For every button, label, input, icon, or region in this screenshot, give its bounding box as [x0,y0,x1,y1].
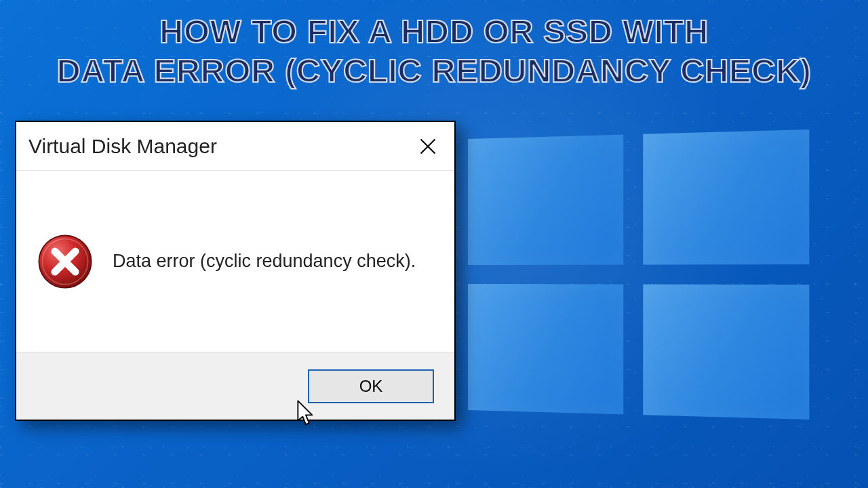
ok-button[interactable]: OK [308,369,434,403]
dialog-message: Data error (cyclic redundancy check). [113,251,416,272]
error-x-icon [37,233,94,290]
tutorial-headline: HOW TO FIX A HDD OR SSD WITH DATA ERROR … [0,12,868,91]
windows-logo-icon [468,129,809,420]
close-icon [418,137,437,156]
headline-line-1: HOW TO FIX A HDD OR SSD WITH [0,12,868,52]
dialog-body: Data error (cyclic redundancy check). [16,171,454,352]
close-button[interactable] [401,122,454,171]
dialog-titlebar[interactable]: Virtual Disk Manager [16,122,454,171]
headline-line-2: DATA ERROR (CYCLIC REDUNDANCY CHECK) [0,52,868,91]
dialog-title: Virtual Disk Manager [28,135,217,158]
error-dialog: Virtual Disk Manager Data error (cyclic … [15,121,456,421]
dialog-button-bar: OK [16,352,454,420]
